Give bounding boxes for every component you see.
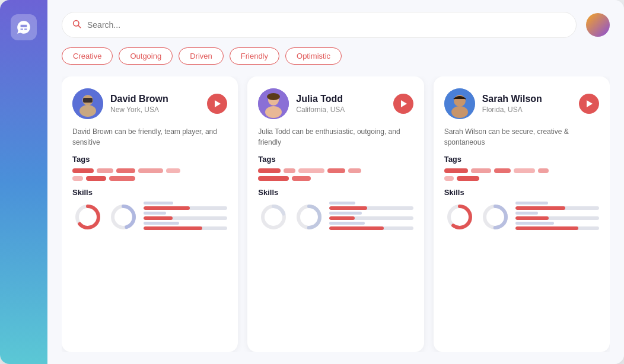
donut2-sarah (480, 202, 511, 232)
tag-bar (327, 168, 345, 173)
search-input[interactable] (87, 20, 566, 30)
tags-row-2 (72, 176, 227, 181)
skill-label (515, 212, 538, 215)
skill-bar (329, 206, 413, 210)
skill-label (144, 222, 179, 225)
play-button-sarah[interactable] (579, 94, 599, 114)
tag-bar (116, 168, 135, 173)
skill-label (329, 222, 365, 225)
skills-title-david: Skills (72, 188, 227, 197)
tags-row-2 (258, 176, 413, 181)
card-julia: Julia Todd California, USA Julia Todd ca… (247, 76, 424, 352)
sarah-face-icon (444, 88, 475, 119)
cards-row: David Brown New York, USA David Brown ca… (62, 76, 610, 352)
svg-point-21 (451, 106, 468, 118)
tag-bar (444, 168, 468, 173)
tags-row-1 (258, 168, 413, 173)
tag-bar (292, 176, 311, 181)
sidebar (0, 0, 47, 364)
skill-bar (329, 216, 413, 220)
svg-line-1 (78, 25, 81, 28)
donut-charts-sarah (444, 202, 511, 232)
play-button-david[interactable] (207, 94, 227, 114)
card-description-julia: Julia Todd can be enthusiastic, outgoing… (258, 126, 413, 148)
filter-tag-driven[interactable]: Driven (179, 47, 224, 65)
svg-point-4 (79, 105, 96, 117)
donut-charts-julia (258, 202, 324, 232)
tag-bar (109, 176, 135, 181)
tag-bar (348, 168, 361, 173)
filter-tag-outgoing[interactable]: Outgoing (119, 47, 173, 65)
tag-bar (97, 168, 113, 173)
tag-bar (471, 168, 491, 173)
skills-section-julia: Skills (258, 188, 413, 232)
svg-point-13 (265, 106, 282, 118)
tags-bars-sarah (444, 168, 599, 181)
tags-row-1 (444, 168, 599, 173)
card-header-david: David Brown New York, USA (72, 88, 227, 119)
skills-section-sarah: Skills (444, 188, 599, 232)
chat-icon (16, 20, 31, 35)
tag-bar (514, 168, 535, 173)
tag-bar (86, 176, 106, 181)
donut1-david (72, 202, 103, 232)
david-face-icon (72, 88, 103, 119)
skills-title-julia: Skills (258, 188, 413, 197)
person-info-david: David Brown New York, USA (110, 94, 200, 114)
tag-bar (72, 176, 83, 181)
svg-point-14 (267, 93, 280, 100)
person-name-sarah: Sarah Wilson (482, 94, 572, 104)
filter-tag-optimistic[interactable]: Optimistic (285, 47, 342, 65)
tag-bar (258, 176, 289, 181)
tag-bar (72, 168, 94, 173)
search-icon (72, 19, 81, 31)
donut1-sarah (444, 202, 475, 232)
bar-charts-david (144, 202, 227, 230)
filter-tag-creative[interactable]: Creative (62, 47, 113, 65)
user-avatar[interactable] (586, 13, 610, 37)
tags-section-david: Tags (72, 155, 227, 181)
skill-bar (144, 216, 227, 220)
tags-row-1 (72, 168, 227, 173)
card-david: David Brown New York, USA David Brown ca… (62, 76, 238, 352)
play-button-julia[interactable] (393, 94, 413, 114)
skill-label (144, 202, 173, 205)
tags-title-david: Tags (72, 155, 227, 164)
person-name-julia: Julia Todd (296, 94, 386, 104)
main-area: Creative Outgoing Driven Friendly Optimi… (47, 0, 624, 364)
skill-bar (144, 226, 227, 230)
avatar-david (72, 88, 103, 119)
skills-inner-julia (258, 202, 413, 232)
tag-bar (538, 168, 549, 173)
tag-bar (284, 168, 295, 173)
bar-charts-julia (329, 202, 413, 230)
card-description-sarah: Sarah Wilson can be secure, creative & s… (444, 126, 599, 148)
search-bar[interactable] (62, 12, 577, 38)
sidebar-logo[interactable] (11, 14, 37, 40)
app-container: Creative Outgoing Driven Friendly Optimi… (0, 0, 624, 364)
tags-section-julia: Tags (258, 155, 413, 181)
person-location-david: New York, USA (110, 106, 200, 114)
tag-bar (444, 176, 454, 181)
skill-label (144, 212, 166, 215)
filter-tag-friendly[interactable]: Friendly (230, 47, 279, 65)
tags-bars-julia (258, 168, 413, 181)
svg-rect-6 (83, 98, 93, 103)
person-location-julia: California, USA (296, 106, 386, 114)
skill-label (515, 222, 554, 225)
tags-row-2 (444, 176, 599, 181)
skills-section-david: Skills (72, 188, 227, 232)
tags-title-sarah: Tags (444, 155, 599, 164)
skill-bar (515, 216, 599, 220)
card-description-david: David Brown can be friendly, team player… (72, 126, 227, 148)
tag-bar (138, 168, 163, 173)
tags-title-julia: Tags (258, 155, 413, 164)
person-location-sarah: Florida, USA (482, 106, 572, 114)
tags-bars-david (72, 168, 227, 181)
card-header-sarah: Sarah Wilson Florida, USA (444, 88, 599, 119)
donut1-julia (258, 202, 289, 232)
tag-bar (258, 168, 281, 173)
avatar-sarah (444, 88, 475, 119)
card-header-julia: Julia Todd California, USA (258, 88, 413, 119)
avatar-julia (258, 88, 289, 119)
